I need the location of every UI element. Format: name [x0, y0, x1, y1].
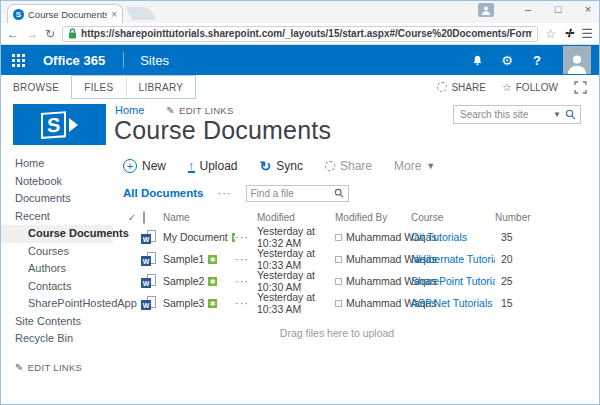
maximize-button[interactable]: □: [551, 3, 565, 15]
person-icon: [566, 52, 588, 74]
browser-tab[interactable]: S Course Documents - All D ×: [7, 4, 123, 23]
tab-library[interactable]: LIBRARY: [126, 76, 196, 98]
browser-profile-button[interactable]: [478, 3, 494, 17]
course-link[interactable]: NHibernate Tutorials: [411, 253, 495, 265]
view-all-documents[interactable]: All Documents: [123, 187, 204, 199]
sharepoint-logo: S: [13, 104, 106, 145]
column-name[interactable]: Name: [163, 212, 235, 223]
https-lock-icon: [68, 28, 77, 39]
bookmark-star-icon[interactable]: ☆: [545, 27, 556, 41]
main-area: Home Notebook Documents Recent Course Do…: [1, 147, 599, 405]
column-course[interactable]: Course: [411, 212, 495, 223]
more-label: More: [394, 159, 421, 173]
office365-brand[interactable]: Office 365: [35, 53, 123, 68]
file-type-column-icon: [143, 211, 145, 224]
browser-extension-icon[interactable]: ✢: [564, 27, 573, 40]
sidebar-item-sharepointhostedapp[interactable]: SharePointHostedApp: [1, 295, 113, 313]
find-file-input[interactable]: [251, 188, 330, 199]
upload-button[interactable]: ↑ Upload: [188, 159, 238, 173]
back-icon[interactable]: ←: [7, 27, 19, 41]
minimize-button[interactable]: –: [521, 3, 535, 15]
presence-icon: [335, 256, 342, 263]
sidebar-item-contacts[interactable]: Contacts: [1, 278, 113, 296]
ribbon-contextual-group: FILES LIBRARY: [71, 75, 196, 99]
column-number[interactable]: Number: [495, 212, 545, 223]
share-document-button[interactable]: Share: [325, 159, 372, 173]
share-icon: [437, 82, 447, 92]
document-link[interactable]: Sample2: [163, 275, 204, 287]
sidebar-item-courses[interactable]: Courses: [1, 243, 113, 261]
table-row[interactable]: W Sample1✱ ··· Yesterday at 10:33 AM Muh…: [123, 247, 551, 269]
share-button[interactable]: SHARE: [437, 82, 485, 93]
search-icon[interactable]: [334, 188, 344, 198]
course-link[interactable]: SharePoint Tutorials: [411, 275, 495, 287]
notifications-bell-icon[interactable]: [469, 54, 485, 67]
more-menu-button[interactable]: More ▼: [394, 159, 435, 173]
urlbar-actions: ☆ ✢ ☰: [545, 26, 593, 41]
find-file-box[interactable]: [246, 185, 349, 202]
url-text[interactable]: https://sharepointtutorials.sharepoint.c…: [81, 28, 532, 39]
number-cell: 20: [495, 253, 545, 265]
sidebar-item-documents[interactable]: Documents: [1, 190, 113, 208]
search-scope-caret-icon[interactable]: ▼: [553, 110, 561, 119]
select-all-icon[interactable]: ✓: [123, 212, 141, 223]
course-link[interactable]: C# Tutorials: [411, 231, 495, 243]
help-icon[interactable]: ?: [529, 53, 545, 68]
table-row[interactable]: W My Document✱ ··· Yesterday at 10:32 AM…: [123, 225, 551, 247]
new-item-icon: ✱: [208, 277, 217, 286]
sidebar-item-recent[interactable]: Recent: [1, 208, 113, 226]
app-launcher-button[interactable]: [1, 45, 35, 75]
sidebar-edit-links-button[interactable]: ✎ EDIT LINKS: [1, 362, 113, 373]
user-avatar[interactable]: [563, 46, 591, 74]
new-tab-button[interactable]: [126, 7, 156, 20]
site-search-box[interactable]: ▼: [453, 105, 581, 124]
app-launcher-grid-icon: [12, 54, 25, 67]
new-item-icon: ✱: [208, 299, 217, 308]
tab-files[interactable]: FILES: [72, 76, 125, 98]
table-row[interactable]: W Sample2✱ ··· Yesterday at 10:30 AM Muh…: [123, 269, 551, 291]
item-menu-icon[interactable]: ···: [235, 275, 257, 287]
document-link[interactable]: My Document: [163, 231, 228, 243]
share-icon: [325, 161, 335, 171]
person-icon: [481, 5, 491, 15]
sidebar-item-site-contents[interactable]: Site Contents: [1, 313, 113, 331]
sidebar-item-notebook[interactable]: Notebook: [1, 173, 113, 191]
new-button[interactable]: + New: [123, 159, 166, 173]
address-bar[interactable]: https://sharepointtutorials.sharepoint.c…: [62, 26, 538, 42]
document-link[interactable]: Sample3: [163, 297, 204, 309]
tab-browse[interactable]: BROWSE: [1, 82, 71, 93]
forward-icon[interactable]: →: [26, 27, 38, 41]
follow-button[interactable]: ☆ FOLLOW: [502, 81, 558, 94]
plus-circle-icon: +: [123, 159, 137, 173]
document-link[interactable]: Sample1: [163, 253, 204, 265]
view-more-icon[interactable]: ···: [218, 187, 232, 199]
refresh-icon[interactable]: ↻: [45, 27, 55, 41]
search-icon[interactable]: [565, 109, 576, 120]
modified-cell: Yesterday at 10:32 AM: [257, 225, 335, 249]
edit-links-button[interactable]: ✎ EDIT LINKS: [166, 105, 233, 116]
item-menu-icon[interactable]: ···: [235, 231, 257, 243]
item-menu-icon[interactable]: ···: [235, 297, 257, 309]
tab-close-icon[interactable]: ×: [111, 9, 117, 20]
breadcrumb-home-link[interactable]: Home: [115, 104, 144, 116]
focus-mode-icon[interactable]: [574, 81, 587, 94]
course-link[interactable]: ASP.Net Tutorials: [411, 297, 495, 309]
item-menu-icon[interactable]: ···: [235, 253, 257, 265]
column-modified[interactable]: Modified: [257, 212, 335, 223]
suite-bar: Office 365 Sites ⚙ ?: [1, 45, 599, 75]
column-modified-by[interactable]: Modified By: [335, 212, 411, 223]
sites-link[interactable]: Sites: [124, 53, 185, 68]
sidebar-item-recycle-bin[interactable]: Recycle Bin: [1, 330, 113, 348]
list-content: + New ↑ Upload ↻ Sync Share More ▼: [113, 147, 599, 405]
sidebar-item-home[interactable]: Home: [1, 155, 113, 173]
table-row[interactable]: W Sample3✱ ··· Yesterday at 10:33 AM Muh…: [123, 291, 551, 313]
settings-gear-icon[interactable]: ⚙: [499, 53, 515, 68]
browser-menu-icon[interactable]: ☰: [581, 26, 593, 41]
site-search-input[interactable]: [460, 109, 549, 120]
sidebar-item-course-documents[interactable]: Course Documents: [1, 225, 113, 243]
sharepoint-logo-s: S: [41, 111, 66, 139]
close-button[interactable]: ×: [581, 3, 595, 15]
sidebar-item-authors[interactable]: Authors: [1, 260, 113, 278]
new-label: New: [142, 159, 166, 173]
sync-button[interactable]: ↻ Sync: [260, 158, 303, 174]
